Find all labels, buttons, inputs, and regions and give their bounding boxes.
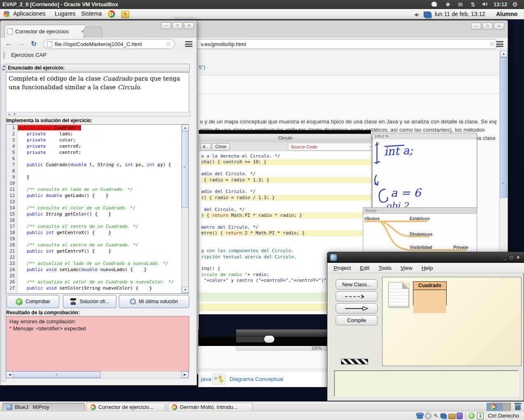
bluej-menu-help[interactable]: Help <box>422 265 433 271</box>
panel-clock[interactable]: lun 11 de feb, 13:12 <box>435 11 485 17</box>
text-segment: public <box>27 285 43 291</box>
workspace-2[interactable] <box>502 403 510 411</box>
sharedfolder-status-icon[interactable] <box>448 414 456 419</box>
maximize-button[interactable]: □ <box>482 23 493 30</box>
page-icon <box>47 41 52 47</box>
bookmark-star-icon[interactable]: ☆ <box>489 40 495 48</box>
autoresize-status-icon[interactable]: ↻ <box>468 413 475 419</box>
cdrom-status-icon[interactable] <box>425 413 431 419</box>
distributor-logo-icon[interactable] <box>3 11 10 17</box>
text-segment: String <box>97 162 114 167</box>
scrollbar-thumb[interactable]: ≡ <box>182 131 189 208</box>
network-icon[interactable] <box>424 12 431 17</box>
scroll-down-icon[interactable]: ▼ <box>182 287 189 293</box>
readme-note-icon[interactable] <box>388 282 409 307</box>
inherits-arrow-button[interactable] <box>336 303 378 313</box>
class-box-cuadrado[interactable]: Cuadrado <box>413 281 447 305</box>
java-file-link[interactable]: .java <box>199 376 211 382</box>
menu-hamburger-icon[interactable] <box>496 41 503 47</box>
map-node-dinamicos: Dinámicos <box>410 232 433 237</box>
iip-url-bar[interactable]: v.es/gmolto/iip.html ☆ <box>188 39 498 49</box>
workspace-1[interactable] <box>487 403 502 411</box>
whiteboard-text: int a; <box>384 144 414 158</box>
new-class-button[interactable]: New Class... <box>336 279 378 290</box>
minimize-button[interactable]: – <box>161 22 171 29</box>
text-segment <box>19 261 27 266</box>
bookmark-star-icon[interactable]: ☆ <box>166 40 171 48</box>
maximize-button[interactable]: □ <box>172 22 183 29</box>
bookmark-item[interactable]: Ejercicios CAP <box>11 52 46 58</box>
taskbar-item-bluej[interactable]: BlueJ: MiProy <box>2 403 85 411</box>
solution-code-editor[interactable]: 1public class Cuadrado {2 private lado;3… <box>6 124 189 294</box>
line-number: 16 <box>6 217 18 223</box>
workspace-switcher[interactable] <box>487 403 511 411</box>
harddisk-status-icon[interactable] <box>416 413 424 416</box>
trash-icon[interactable] <box>513 402 522 411</box>
text-segment <box>19 267 27 272</box>
scroll-left-icon[interactable]: ◀ <box>6 371 13 378</box>
corrector-tab[interactable]: Corrector de ejercicios × <box>5 25 87 38</box>
video-scrub-thumb[interactable] <box>264 336 274 343</box>
close-button[interactable]: × <box>184 22 194 29</box>
applet-horizontal-scrollbar[interactable]: ◀ ≡ ▶ <box>6 371 189 378</box>
close-button[interactable]: × <box>517 252 519 263</box>
taskbar-item-german-molto[interactable]: Germán Moltó, Introdu... <box>168 403 253 411</box>
scrollbar-thumb[interactable]: ≡ <box>500 57 507 198</box>
panel-user-menu[interactable]: Alumno <box>496 11 517 17</box>
download-status-icon[interactable]: ⇩ <box>477 413 484 419</box>
video-zoom-level[interactable]: 100% <box>311 346 322 350</box>
network-status-icon[interactable] <box>441 413 447 419</box>
statusbar-separator <box>465 413 466 419</box>
editor-scrollbar[interactable]: ▲ ≡ ▼ <box>181 125 188 293</box>
uses-arrow-button[interactable] <box>336 291 378 302</box>
diagrama-conceptual-link[interactable]: Diagrama Conceptual <box>230 376 283 382</box>
conceptmap-thumbnail-icon[interactable] <box>212 374 225 385</box>
menu-aplicaciones[interactable]: Aplicaciones <box>13 10 46 17</box>
bluej-class-diagram[interactable]: Cuadrado <box>382 277 522 366</box>
check-icon: ✔ <box>16 298 23 305</box>
compile-button[interactable]: Compile <box>336 315 378 325</box>
chrome-launcher-icon[interactable] <box>108 10 115 18</box>
back-icon[interactable]: ← <box>5 39 12 48</box>
reload-icon[interactable]: ↻ <box>31 39 37 48</box>
bluej-menu-view[interactable]: View <box>401 265 413 271</box>
corrector-url-bar[interactable]: file:///opt/CodeMarker/ej1004_C.html ☆ <box>43 39 175 49</box>
code-line: 4 private centroX; <box>6 143 182 149</box>
scroll-up-icon[interactable]: ▲ <box>182 125 189 131</box>
tab-title: Corrector de ejercicios <box>15 28 81 35</box>
scroll-right-icon[interactable]: ▶ <box>181 371 188 378</box>
taskbar-item-corrector[interactable]: Corrector de ejercicio... <box>86 403 165 411</box>
text-segment <box>19 187 27 192</box>
menu-hamburger-icon[interactable] <box>185 41 192 47</box>
scroll-up-icon[interactable]: ▲ <box>500 51 507 57</box>
bluej-menu-edit[interactable]: Edit <box>360 265 369 271</box>
minimize-button[interactable]: _ <box>503 252 506 263</box>
tablet-status-icon[interactable]: ✎ <box>433 413 439 419</box>
circulo-close-button: Close <box>212 143 230 151</box>
evernote-icon <box>430 1 438 8</box>
forward-icon[interactable]: → <box>18 39 25 48</box>
close-button[interactable]: × <box>494 23 504 30</box>
split-divider[interactable]: ▲ ▼ <box>6 112 190 116</box>
solucion-oficial-button[interactable]: Solución ofi... <box>63 295 116 308</box>
new-tab-button[interactable] <box>83 27 102 38</box>
bluej-progress-stripes <box>341 359 368 364</box>
gnome-panel: Aplicaciones Lugares Sistema ✎ lun 11 de… <box>0 9 524 19</box>
line-number: 9 <box>6 174 18 180</box>
panel-volume-icon[interactable] <box>415 12 420 19</box>
page-link-fragment[interactable]: 5") <box>199 64 205 70</box>
bluej-menu-tools[interactable]: Tools <box>378 265 392 271</box>
maximize-button[interactable]: □ <box>510 252 513 263</box>
bluej-menu-project[interactable]: Project <box>334 265 351 271</box>
gedit-launcher-icon[interactable]: ✎ <box>121 11 129 18</box>
scrollbar-thumb[interactable]: ≡ <box>13 371 101 378</box>
usb-status-icon[interactable] <box>457 413 463 419</box>
mi-ultima-solucion-button[interactable]: Mi última solución <box>119 295 189 308</box>
bluej-titlebar[interactable]: BlueJ: MiProy _ □ × <box>327 252 524 263</box>
text-segment <box>19 150 27 155</box>
minimize-button[interactable]: – <box>471 23 481 30</box>
menu-lugares[interactable]: Lugares <box>55 10 76 17</box>
comprobar-button[interactable]: ✔ Comprobar <box>7 295 59 308</box>
menu-sistema[interactable]: Sistema <box>81 10 102 17</box>
bluej-codepad[interactable] <box>334 370 519 397</box>
